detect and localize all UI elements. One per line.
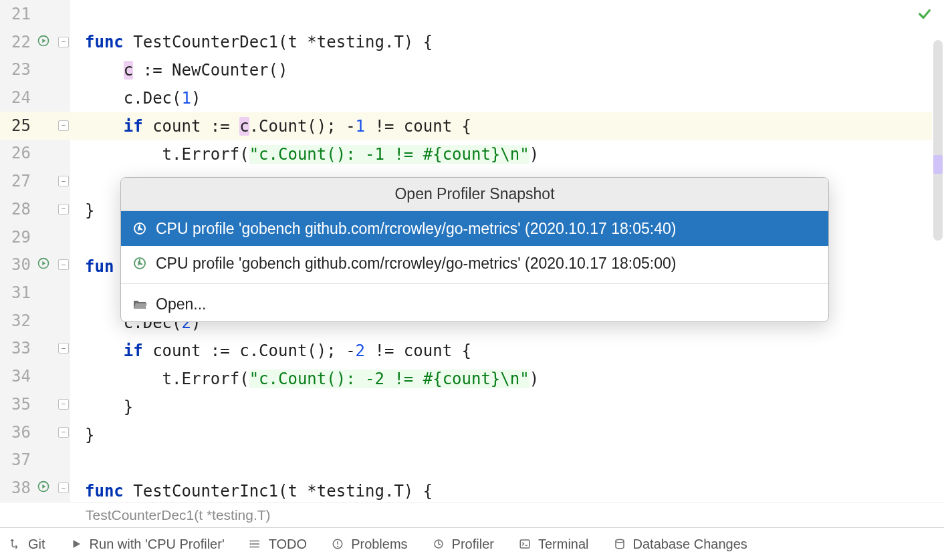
popup-title: Open Profiler Snapshot [121, 178, 828, 211]
folder-open-icon [132, 296, 148, 312]
gutter-row[interactable]: 38− [0, 474, 70, 502]
todo-icon [249, 537, 262, 551]
gutter-row[interactable]: 24 [0, 84, 70, 112]
line-number: 26 [0, 144, 35, 162]
gutter-row[interactable]: 28− [0, 195, 70, 223]
line-number: 27 [0, 172, 35, 190]
popup-item-label: CPU profile 'gobench github.com/rcrowley… [156, 255, 676, 273]
toolbar-label: Git [28, 537, 45, 552]
code-line[interactable] [70, 0, 944, 28]
profiler-snapshot-popup: Open Profiler Snapshot CPU profile 'gobe… [120, 177, 829, 322]
run-test-icon[interactable] [37, 33, 50, 51]
line-number: 30 [0, 255, 35, 274]
code-line[interactable]: } [70, 393, 944, 421]
fold-marker[interactable]: − [58, 204, 69, 215]
code-line[interactable]: func TestCounterDec1(t *testing.T) { [70, 28, 944, 56]
toolbar-todo[interactable]: TODO [249, 537, 307, 552]
profile-icon [132, 221, 148, 237]
code-line[interactable]: if count := c.Count(); -2 != count { [70, 337, 944, 365]
fold-marker[interactable]: − [58, 120, 69, 131]
gutter-row[interactable]: 32 [0, 307, 70, 335]
code-line[interactable]: t.Errorf("c.Count(): -2 != #{count}\n") [70, 365, 944, 393]
gutter-row[interactable]: 27− [0, 167, 70, 195]
line-number: 33 [0, 339, 35, 358]
breadcrumb-text: TestCounterDec1(t *testing.T) [86, 507, 271, 523]
fold-marker[interactable]: − [58, 176, 69, 186]
line-number: 32 [0, 311, 35, 330]
popup-item-open[interactable]: Open... [121, 287, 828, 321]
toolbar-play[interactable]: Run with 'CPU Profiler' [70, 537, 225, 552]
code-line[interactable]: func TestCounterInc1(t *testing.T) { [70, 477, 944, 505]
scrollbar-thumb[interactable] [933, 40, 943, 241]
marker[interactable] [933, 155, 943, 174]
popup-separator [121, 283, 828, 284]
toolbar-label: Profiler [452, 537, 494, 552]
terminal-icon [518, 537, 532, 551]
bottom-toolbar: GitRun with 'CPU Profiler'TODOProblemsPr… [0, 527, 944, 560]
play-icon [70, 537, 83, 551]
gutter-row[interactable]: 23 [0, 55, 70, 84]
toolbar-label: Run with 'CPU Profiler' [90, 537, 225, 552]
gutter: 2122−232425−2627−28−2930−313233−3435−36−… [0, 0, 70, 502]
popup-item-profile[interactable]: CPU profile 'gobench github.com/rcrowley… [121, 211, 828, 246]
line-number: 38 [0, 478, 35, 497]
code-line[interactable] [70, 449, 944, 477]
toolbar-label: Problems [351, 537, 407, 552]
gutter-row[interactable]: 21 [0, 0, 70, 28]
code-line[interactable]: } [70, 421, 944, 449]
gutter-row[interactable]: 29 [0, 223, 70, 251]
svg-rect-11 [520, 540, 529, 548]
fold-marker[interactable]: − [58, 427, 69, 438]
popup-item-profile[interactable]: CPU profile 'gobench github.com/rcrowley… [121, 246, 828, 281]
toolbar-git[interactable]: Git [8, 537, 45, 552]
gutter-row[interactable]: 36− [0, 418, 70, 446]
fold-marker[interactable]: − [58, 259, 69, 270]
svg-point-5 [249, 540, 251, 541]
db-icon [613, 537, 626, 551]
line-number: 34 [0, 367, 35, 386]
gutter-row[interactable]: 30− [0, 251, 70, 279]
profiler-icon [432, 537, 445, 551]
toolbar-problems[interactable]: Problems [331, 537, 407, 552]
gutter-row[interactable]: 37 [0, 446, 70, 474]
gutter-row[interactable]: 31 [0, 279, 70, 307]
gutter-row[interactable]: 22− [0, 28, 70, 56]
marker-strip[interactable] [932, 0, 944, 502]
code-line[interactable]: c := NewCounter() [70, 56, 944, 84]
line-number: 25 [0, 116, 35, 135]
inspection-status[interactable] [917, 7, 932, 24]
fold-marker[interactable]: − [58, 37, 69, 47]
fold-marker[interactable]: − [58, 482, 69, 493]
code-line[interactable]: if count := c.Count(); -1 != count { [70, 112, 944, 140]
gutter-row[interactable]: 35− [0, 390, 70, 418]
fold-marker[interactable]: − [58, 343, 69, 354]
popup-item-label: CPU profile 'gobench github.com/rcrowley… [156, 220, 676, 238]
toolbar-db[interactable]: Database Changes [613, 537, 747, 552]
svg-point-9 [337, 546, 338, 547]
fold-marker[interactable]: − [58, 399, 69, 410]
gutter-row[interactable]: 26 [0, 140, 70, 168]
popup-item-label: Open... [156, 295, 206, 313]
line-number: 35 [0, 395, 35, 414]
svg-point-6 [249, 543, 251, 545]
line-number: 21 [0, 5, 35, 23]
toolbar-label: Terminal [538, 537, 589, 552]
code-line[interactable]: t.Errorf("c.Count(): -1 != #{count}\n") [70, 140, 944, 168]
run-test-icon[interactable] [37, 478, 50, 497]
check-icon [917, 11, 932, 24]
run-test-icon[interactable] [37, 255, 50, 274]
line-number: 29 [0, 228, 35, 247]
toolbar-terminal[interactable]: Terminal [518, 537, 589, 552]
gutter-row[interactable]: 25− [0, 112, 70, 140]
line-number: 24 [0, 88, 35, 107]
line-number: 23 [0, 60, 35, 79]
toolbar-label: Database Changes [633, 537, 747, 552]
breadcrumb[interactable]: TestCounterDec1(t *testing.T) [0, 502, 944, 527]
line-number: 37 [0, 450, 35, 469]
code-line[interactable]: c.Dec(1) [70, 84, 944, 112]
svg-point-7 [249, 546, 251, 547]
gutter-row[interactable]: 34 [0, 362, 70, 390]
line-number: 22 [0, 33, 35, 51]
toolbar-profiler[interactable]: Profiler [432, 537, 494, 552]
gutter-row[interactable]: 33− [0, 335, 70, 363]
